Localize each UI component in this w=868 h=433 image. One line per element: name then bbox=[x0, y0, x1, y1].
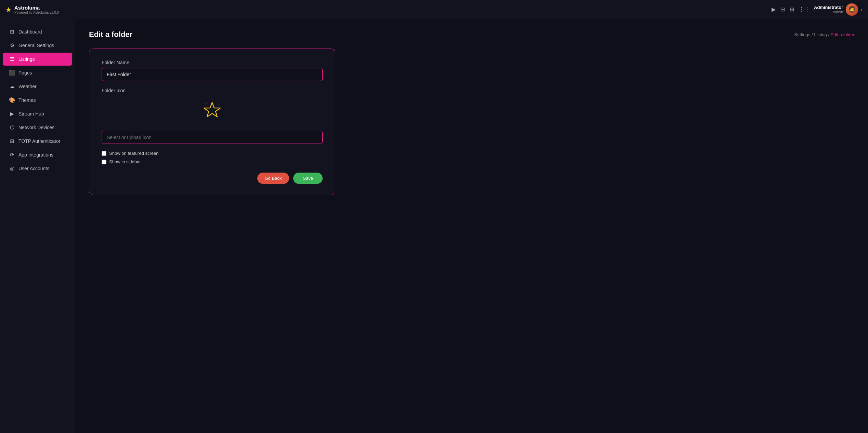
sidebar-item-stream-hub[interactable]: ▶ Stream Hub bbox=[3, 107, 72, 120]
page-header: Edit a folder Settings / Listing / Edit … bbox=[89, 30, 854, 39]
youtube-icon[interactable]: ▶ bbox=[772, 6, 776, 13]
header-user: Administrator admin 🧔 › bbox=[814, 3, 863, 16]
icon-preview bbox=[102, 96, 323, 127]
user-role: admin bbox=[814, 10, 843, 14]
breadcrumb-listing: Listing bbox=[814, 32, 827, 37]
sidebar-item-label: General Settings bbox=[18, 43, 54, 48]
sidebar-item-label: TOTP Authenticator bbox=[18, 138, 60, 144]
sidebar-item-weather[interactable]: ☁ Weather bbox=[3, 80, 72, 93]
sidebar-item-label: Network Devices bbox=[18, 125, 54, 130]
sidebar-item-label: App Integrations bbox=[18, 152, 53, 158]
logo[interactable]: ★ Astroluma Powered by Astroluma v1.0.0 bbox=[5, 5, 59, 14]
sidebar-item-listings[interactable]: ☰ Listings bbox=[3, 53, 72, 66]
sidebar-item-label: Pages bbox=[18, 70, 32, 76]
checkbox-sidebar[interactable] bbox=[102, 160, 106, 164]
breadcrumb-active: Edit a folder bbox=[831, 32, 854, 37]
checkbox-sidebar-label: Show in sidebar bbox=[109, 159, 141, 164]
user-name: Administrator bbox=[814, 5, 843, 10]
network-devices-icon: ⬡ bbox=[9, 124, 15, 131]
listings-icon: ☰ bbox=[9, 56, 15, 62]
dashboard-icon: ⊞ bbox=[9, 29, 15, 35]
user-accounts-icon: ◎ bbox=[9, 165, 15, 172]
breadcrumb-sep2: / bbox=[828, 32, 830, 37]
stream-hub-icon: ▶ bbox=[9, 111, 15, 117]
svg-point-0 bbox=[206, 104, 207, 105]
sidebar-item-app-integrations[interactable]: ⟳ App Integrations bbox=[3, 148, 72, 161]
avatar[interactable]: 🧔 bbox=[846, 3, 858, 16]
header-icons: ▶ ⊟ ⊞ ⋮⋮ bbox=[772, 6, 810, 13]
display-icon[interactable]: ⊟ bbox=[780, 6, 785, 13]
apps-icon[interactable]: ⋮⋮ bbox=[799, 6, 810, 13]
header-right: ▶ ⊟ ⊞ ⋮⋮ Administrator admin 🧔 › bbox=[772, 3, 863, 16]
header: ★ Astroluma Powered by Astroluma v1.0.0 … bbox=[0, 0, 868, 19]
breadcrumb-settings: Settings bbox=[794, 32, 810, 37]
sidebar-item-general-settings[interactable]: ⚙ General Settings bbox=[3, 39, 72, 52]
folder-icon-label: Folder Icon bbox=[102, 88, 323, 93]
icon-upload-input[interactable] bbox=[102, 131, 323, 144]
logo-text: Astroluma Powered by Astroluma v1.0.0 bbox=[14, 5, 59, 14]
sidebar-item-label: Stream Hub bbox=[18, 111, 44, 117]
sidebar: ⊞ Dashboard ⚙ General Settings ☰ Listing… bbox=[0, 19, 75, 433]
weather-icon: ☁ bbox=[9, 83, 15, 90]
star-svg bbox=[202, 100, 222, 121]
sidebar-item-pages[interactable]: ⬛ Pages bbox=[3, 66, 72, 79]
folder-icon-group: Folder Icon bbox=[102, 88, 323, 144]
folder-name-input[interactable] bbox=[102, 68, 323, 81]
page-title: Edit a folder bbox=[89, 30, 132, 39]
sidebar-item-network-devices[interactable]: ⬡ Network Devices bbox=[3, 121, 72, 134]
folder-name-group: Folder Name bbox=[102, 60, 323, 81]
form-actions: Go Back Save bbox=[102, 173, 323, 184]
checkbox-featured-item[interactable]: Show on featured screen bbox=[102, 151, 323, 156]
sidebar-item-label: Listings bbox=[18, 56, 35, 62]
logo-name: Astroluma bbox=[14, 5, 59, 11]
save-button[interactable]: Save bbox=[293, 173, 323, 184]
sidebar-item-themes[interactable]: 🎨 Themes bbox=[3, 94, 72, 107]
chevron-right-icon[interactable]: › bbox=[861, 7, 863, 12]
layout: ⊞ Dashboard ⚙ General Settings ☰ Listing… bbox=[0, 19, 868, 433]
main-content: Edit a folder Settings / Listing / Edit … bbox=[75, 19, 868, 433]
sidebar-item-totp-authenticator[interactable]: ⊞ TOTP Authenticator bbox=[3, 135, 72, 148]
checkbox-group: Show on featured screen Show in sidebar bbox=[102, 151, 323, 164]
folder-name-label: Folder Name bbox=[102, 60, 323, 65]
sidebar-item-label: User Accounts bbox=[18, 166, 49, 171]
svg-marker-3 bbox=[204, 103, 220, 117]
sidebar-item-label: Dashboard bbox=[18, 29, 42, 35]
sidebar-item-dashboard[interactable]: ⊞ Dashboard bbox=[3, 25, 72, 38]
integrations-icon: ⟳ bbox=[9, 152, 15, 158]
user-info: Administrator admin bbox=[814, 5, 843, 14]
totp-icon: ⊞ bbox=[9, 138, 15, 144]
breadcrumb: Settings / Listing / Edit a folder bbox=[794, 32, 854, 37]
checkbox-featured[interactable] bbox=[102, 151, 106, 156]
svg-point-1 bbox=[219, 104, 219, 105]
sidebar-item-label: Weather bbox=[18, 84, 37, 89]
checkbox-featured-label: Show on featured screen bbox=[109, 151, 159, 156]
star-icon: ★ bbox=[5, 5, 12, 14]
folder-star-icon bbox=[202, 100, 222, 122]
logo-sub: Powered by Astroluma v1.0.0 bbox=[14, 11, 59, 14]
themes-icon: 🎨 bbox=[9, 97, 15, 103]
gear-icon: ⚙ bbox=[9, 42, 15, 49]
go-back-button[interactable]: Go Back bbox=[257, 173, 289, 184]
pages-icon: ⬛ bbox=[9, 70, 15, 76]
sidebar-item-label: Themes bbox=[18, 97, 36, 103]
grid-icon[interactable]: ⊞ bbox=[790, 6, 794, 13]
checkbox-sidebar-item[interactable]: Show in sidebar bbox=[102, 159, 323, 164]
sidebar-item-user-accounts[interactable]: ◎ User Accounts bbox=[3, 162, 72, 175]
edit-folder-form: Folder Name Folder Icon bbox=[89, 49, 335, 195]
